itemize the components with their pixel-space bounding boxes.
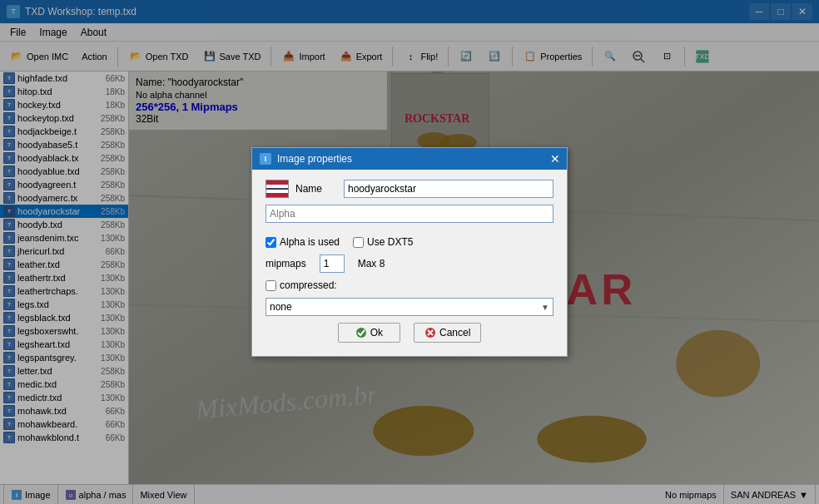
use-dxt5-item: Use DXT5 <box>353 236 413 248</box>
mipmaps-label: mipmaps <box>266 258 306 269</box>
alpha-is-used-label: Alpha is used <box>280 236 340 248</box>
dialog-title-left: I Image properties <box>259 152 352 166</box>
compressed-label: compressed: <box>280 279 337 291</box>
cancel-icon <box>424 327 436 338</box>
dialog-buttons: Ok Cancel <box>266 316 553 346</box>
alpha-is-used-item: Alpha is used <box>266 236 340 248</box>
dialog-alpha-row <box>266 205 553 230</box>
dropdown-value: none <box>270 301 292 313</box>
dialog-close-button[interactable]: ✕ <box>550 152 560 166</box>
modal-overlay: I Image properties ✕ Name Alpha <box>0 0 819 504</box>
dialog-checkbox-row: Alpha is used Use DXT5 <box>266 236 553 248</box>
dialog-title-label: Image properties <box>277 153 352 165</box>
dialog-titlebar: I Image properties ✕ <box>252 148 567 170</box>
alpha-is-used-checkbox[interactable] <box>266 237 276 248</box>
dialog-icon: I <box>259 152 272 166</box>
ok-label: Ok <box>370 327 383 338</box>
dialog-dropdown[interactable]: none ▼ <box>266 298 553 316</box>
image-properties-dialog: I Image properties ✕ Name Alpha <box>251 147 568 357</box>
dialog-body: Name Alpha is used Use DXT5 mi <box>252 170 567 356</box>
dropdown-arrow-icon: ▼ <box>541 303 549 312</box>
use-dxt5-label: Use DXT5 <box>367 236 413 248</box>
dialog-name-row: Name <box>266 180 553 198</box>
dialog-name-input[interactable] <box>344 180 553 198</box>
cancel-button[interactable]: Cancel <box>414 323 481 343</box>
cancel-label: Cancel <box>439 327 470 338</box>
svg-text:I: I <box>265 155 267 163</box>
svg-point-25 <box>356 328 366 338</box>
ok-icon <box>355 327 367 338</box>
dialog-compressed-row: compressed: <box>266 279 553 291</box>
max-label: Max 8 <box>358 258 385 269</box>
mipmaps-input[interactable] <box>320 254 345 273</box>
ok-button[interactable]: Ok <box>338 323 400 343</box>
dialog-mip-row: mipmaps Max 8 <box>266 254 553 273</box>
use-dxt5-checkbox[interactable] <box>353 237 364 248</box>
dialog-alpha-input[interactable] <box>266 205 553 223</box>
compressed-checkbox[interactable] <box>266 280 276 291</box>
flag-icon <box>266 180 289 198</box>
dialog-name-label: Name <box>295 183 337 195</box>
